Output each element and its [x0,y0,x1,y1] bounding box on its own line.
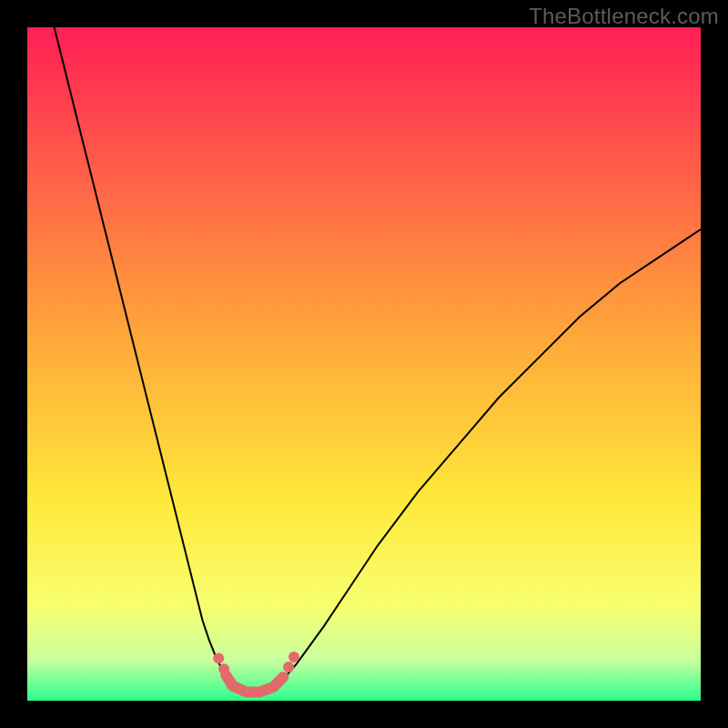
watermark-text: TheBottleneck.com [529,4,719,29]
chart-area [27,27,701,701]
series-right-dots-point [283,662,294,672]
series-left-dots-point [213,652,224,663]
outer-frame: TheBottleneck.com [0,0,728,728]
chart-svg [27,27,701,701]
gradient-background [27,27,701,701]
series-right-dots-point [288,652,299,662]
series-left-dots-point [218,663,229,674]
